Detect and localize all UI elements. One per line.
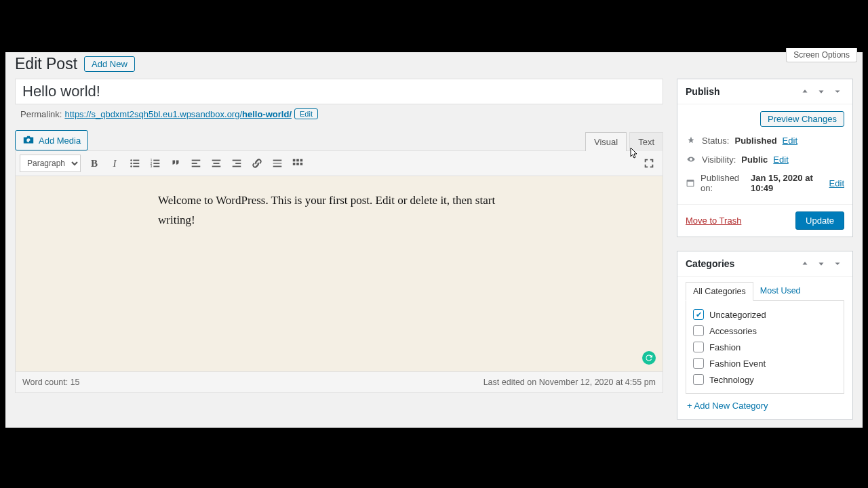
tab-text[interactable]: Text [629,132,663,151]
svg-rect-21 [233,166,241,167]
svg-rect-12 [153,166,159,167]
svg-rect-10 [153,163,159,164]
status-value: Published [734,136,776,146]
tab-most-used[interactable]: Most Used [753,282,808,300]
tab-visual[interactable]: Visual [585,132,627,151]
page-title: Edit Post [15,55,77,73]
category-label: Uncategorized [709,310,766,320]
svg-rect-16 [212,160,221,161]
visibility-label: Visibility: [702,155,736,165]
published-value: Jan 15, 2020 at 10:49 [751,173,824,193]
align-left-button[interactable] [186,154,205,173]
move-up-icon[interactable] [798,257,812,270]
category-checkbox[interactable] [693,342,704,352]
add-media-label: Add Media [39,136,81,146]
svg-rect-22 [273,160,282,161]
last-edited: Last edited on November 12, 2020 at 4:55… [484,378,656,387]
visibility-value: Public [741,155,768,165]
camera-music-icon [22,134,35,146]
align-right-button[interactable] [227,154,246,173]
move-down-icon[interactable] [814,85,828,98]
published-label: Published on: [701,173,745,193]
svg-rect-15 [192,166,201,167]
editor-text: Welcome to WordPress. This is your first… [158,194,495,226]
svg-rect-17 [214,163,220,164]
category-label: Fashion [709,342,741,352]
category-label: Technology [709,375,754,385]
publish-box-title: Publish [686,86,720,97]
permalink-edit-button[interactable]: Edit [294,108,318,119]
svg-rect-4 [133,163,139,164]
add-media-button[interactable]: Add Media [15,130,88,150]
svg-rect-25 [293,159,296,162]
readmore-button[interactable] [268,154,287,173]
status-edit-link[interactable]: Edit [783,136,797,146]
categories-box: Categories All Categories Most Used Unca… [677,251,853,420]
category-list: UncategorizedAccessoriesFashionFashion E… [686,301,844,394]
svg-text:3: 3 [151,165,153,168]
svg-rect-29 [296,163,299,165]
svg-rect-24 [273,166,282,167]
published-edit-link[interactable]: Edit [829,178,844,188]
link-button[interactable] [248,154,267,173]
fullscreen-button[interactable] [639,154,658,173]
svg-rect-23 [273,163,282,164]
svg-rect-20 [235,163,241,164]
svg-rect-8 [153,160,159,161]
visibility-edit-link[interactable]: Edit [773,155,788,165]
svg-rect-19 [233,160,241,161]
svg-rect-26 [296,159,299,162]
align-center-button[interactable] [207,154,226,173]
category-label: Accessories [709,326,757,336]
bold-button[interactable]: B [85,154,104,173]
svg-rect-27 [300,159,303,162]
svg-point-1 [130,159,132,161]
move-to-trash-link[interactable]: Move to Trash [686,216,741,226]
category-item[interactable]: Fashion Event [692,355,838,371]
svg-rect-14 [192,163,197,164]
svg-rect-13 [192,160,201,161]
category-checkbox[interactable] [693,309,704,320]
categories-box-title: Categories [686,258,734,269]
toggle-panel-icon[interactable] [831,85,844,98]
category-checkbox[interactable] [693,374,704,385]
editor-toolbar: Paragraph B I 123 [15,150,663,176]
permalink-link[interactable]: https://s_qbdxmt2sqh5bl.eu1.wpsandbox.or… [64,109,292,119]
move-up-icon[interactable] [798,85,812,98]
category-item[interactable]: Fashion [692,339,838,355]
svg-point-5 [130,165,132,167]
update-button[interactable]: Update [795,211,844,230]
preview-changes-button[interactable]: Preview Changes [760,111,844,127]
add-new-category-link[interactable]: + Add New Category [686,394,844,411]
word-count: Word count: 15 [22,378,80,387]
svg-point-3 [130,163,132,165]
screen-options-button[interactable]: Screen Options [786,48,857,62]
toolbar-toggle-button[interactable] [288,154,307,173]
eye-icon [686,154,696,165]
svg-rect-32 [687,180,694,182]
format-select[interactable]: Paragraph [20,155,81,172]
category-item[interactable]: Technology [692,371,838,388]
category-checkbox[interactable] [693,358,704,369]
tab-all-categories[interactable]: All Categories [686,282,753,301]
grammarly-icon[interactable] [642,351,656,365]
number-list-button[interactable]: 123 [146,154,165,173]
toggle-panel-icon[interactable] [831,257,844,270]
status-label: Status: [702,136,729,146]
add-new-button[interactable]: Add New [84,56,135,72]
bullet-list-button[interactable] [125,154,144,173]
italic-button[interactable]: I [105,154,124,173]
svg-rect-18 [212,166,221,167]
category-checkbox[interactable] [693,325,704,336]
permalink-label: Permalink: [20,109,62,119]
svg-rect-6 [133,166,139,167]
svg-rect-28 [293,163,296,165]
editor-content[interactable]: Welcome to WordPress. This is your first… [15,176,663,372]
move-down-icon[interactable] [814,257,828,270]
blockquote-button[interactable] [166,154,185,173]
category-item[interactable]: Accessories [692,323,838,339]
pin-icon [686,135,696,146]
svg-rect-30 [300,163,303,165]
category-item[interactable]: Uncategorized [692,306,838,323]
post-title-input[interactable] [15,79,663,104]
